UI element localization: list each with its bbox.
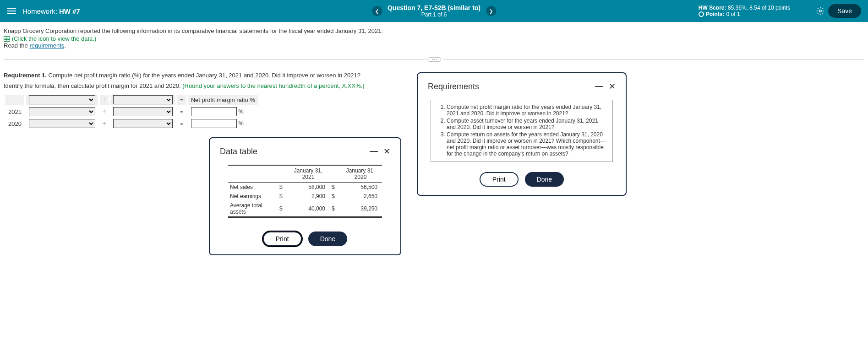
menu-icon[interactable] xyxy=(7,8,16,14)
svg-point-0 xyxy=(819,10,822,12)
save-button[interactable]: Save xyxy=(828,4,861,18)
app-header: Homework: HW #7 ❮ Question 7, E7-52B (si… xyxy=(0,0,868,22)
read-requirements-line: Read the requirements. xyxy=(4,42,864,49)
next-question-button[interactable]: ❯ xyxy=(486,6,496,16)
score-info: HW Score: 85.36%, 8.54 of 10 points Poin… xyxy=(699,5,790,17)
minimize-icon[interactable]: — xyxy=(595,81,602,92)
close-icon[interactable]: ✕ xyxy=(609,81,616,92)
question-part: Part 1 of 6 xyxy=(388,11,480,18)
question-title: Question 7, E7-52B (similar to) xyxy=(388,4,480,11)
result-2020-input[interactable] xyxy=(191,119,237,128)
result-2021-input[interactable] xyxy=(191,107,237,116)
row-2021-label: 2021 xyxy=(5,107,24,117)
formula-result-label: Net profit margin ratio % xyxy=(188,95,258,105)
view-data-link[interactable]: (Click the icon to view the data.) xyxy=(4,35,864,42)
denominator-2021-select[interactable] xyxy=(113,107,173,116)
req-item-1: Compute net profit margin ratio for the … xyxy=(447,104,608,117)
formula-table: ÷ = Net profit margin ratio % 2021 ÷ = %… xyxy=(4,93,260,130)
requirements-title: Requirements xyxy=(428,82,479,92)
req-item-2: Compute asset turnover for the years end… xyxy=(447,118,608,130)
row-2020-label: 2020 xyxy=(5,118,24,129)
homework-title: Homework: HW #7 xyxy=(22,7,80,15)
expand-icon[interactable] xyxy=(427,57,441,62)
requirements-popup: Requirements — ✕ Compute net profit marg… xyxy=(417,72,627,136)
points-icon xyxy=(699,11,704,17)
question-nav: ❮ Question 7, E7-52B (similar to) Part 1… xyxy=(372,4,496,18)
requirements-list: Compute net profit margin ratio for the … xyxy=(431,100,613,136)
grid-icon xyxy=(4,36,10,42)
denominator-select[interactable] xyxy=(113,95,173,104)
numerator-2020-select[interactable] xyxy=(29,119,95,128)
numerator-select[interactable] xyxy=(29,95,95,104)
gear-icon[interactable] xyxy=(816,7,824,15)
req-item-3: Compute return on assets for the years e… xyxy=(447,131,608,136)
problem-intro: Knapp Grocery Corporation reported the f… xyxy=(4,27,864,34)
requirements-link[interactable]: requirements xyxy=(29,42,64,49)
prev-question-button[interactable]: ❮ xyxy=(372,6,382,16)
numerator-2021-select[interactable] xyxy=(29,107,95,116)
denominator-2020-select[interactable] xyxy=(113,119,173,128)
section-divider xyxy=(4,57,864,62)
